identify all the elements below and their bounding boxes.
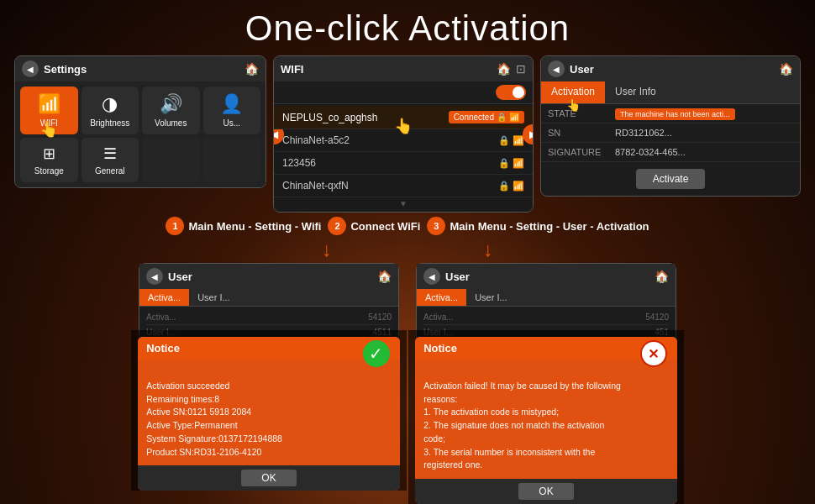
settings-tile-empty1 [142, 138, 200, 182]
fail-tab-activation[interactable]: Activa... [417, 289, 466, 306]
user-info-table: STATE The machine has not been acti... S… [541, 104, 800, 162]
fail-panel-body: Activa... 54120 User I... 451 Notice ✕ [417, 307, 676, 424]
wifi-panel-header: WIFI 🏠 ⊡ [274, 56, 533, 81]
step-3-text: Main Menu - Setting - User - Activation [450, 220, 649, 233]
left-down-arrow: ↓ [322, 239, 332, 260]
wifi-screen-icon[interactable]: ⊡ [516, 62, 526, 76]
fail-ok-button[interactable]: OK [518, 483, 573, 500]
fail-x-icon: ✕ [640, 340, 667, 367]
wifi-signal-icon: 📶 [509, 113, 519, 122]
success-tab-userinfo[interactable]: User I... [189, 289, 239, 306]
step-1-label: 1 Main Menu - Setting - Wifi [166, 217, 321, 235]
main-content: One-click Activation ◀ Settings 🏠 📶 WIFI… [0, 0, 815, 504]
tab-user-info[interactable]: User Info [605, 81, 666, 103]
connected-badge: Connected 🔒 📶 [449, 111, 524, 123]
fail-notice-body: Activation failed! It may be caused by t… [415, 360, 677, 479]
success-check-icon: ✓ [363, 340, 390, 367]
success-tab-row: Activa... User I... [139, 289, 398, 307]
wifi-home-icon[interactable]: 🏠 [497, 62, 511, 76]
user-home-icon[interactable]: 🏠 [779, 62, 793, 76]
success-notice-title: Notice [146, 342, 180, 354]
lock-icon-3: 🔒 [498, 158, 510, 169]
settings-tile-user[interactable]: 👤 Us... [203, 87, 261, 134]
fail-notice-overlay: Notice ✕ Activation failed! It may be ca… [408, 330, 684, 504]
wifi-toggle[interactable] [496, 85, 526, 100]
volumes-icon: 🔊 [160, 93, 182, 115]
signal-icon-3: 📶 [513, 158, 524, 169]
fail-faded-row-1: Activa... 54120 [423, 310, 669, 325]
cursor-hand-activation: 👆 [566, 98, 581, 112]
fail-notice-footer: OK [415, 479, 677, 504]
signal-icon-4: 📶 [513, 181, 524, 192]
page-title: One-click Activation [0, 0, 815, 55]
success-back-button[interactable]: ◀ [146, 268, 163, 285]
lock-icon-4: 🔒 [498, 181, 510, 192]
settings-tile-volumes[interactable]: 🔊 Volumes [142, 87, 200, 134]
bottom-panels-row: ◀ User 🏠 Activa... User I... Activa... 5… [8, 263, 807, 425]
state-value: The machine has not been acti... [608, 104, 800, 123]
user-label: Us... [223, 118, 240, 128]
cursor-hand-wifi-connect: 👆 [394, 117, 413, 135]
user-icon: 👤 [220, 93, 243, 115]
step-2-text: Connect WiFi [350, 220, 420, 233]
volumes-label: Volumes [155, 118, 187, 128]
arrows-row: ↓ ↓ [0, 239, 815, 260]
storage-label: Storage [34, 166, 64, 176]
brightness-icon: ◑ [102, 93, 118, 115]
tab-activation[interactable]: Activation 👆 [541, 81, 605, 103]
user-tabs: Activation 👆 User Info [541, 81, 800, 104]
settings-tile-storage[interactable]: ⊞ Storage [20, 138, 78, 182]
scroll-down-arrow: ▼ [274, 197, 533, 210]
success-notice-body: Activation succeeded Remaining times:8 A… [138, 360, 400, 465]
signature-value: 8782-0324-465... [608, 143, 800, 162]
step-3-number: 3 [427, 217, 445, 235]
wifi-item-connected[interactable]: NEPLUS_co_apghsh Connected 🔒 📶 👆 [274, 106, 533, 129]
settings-tile-brightness[interactable]: ◑ Brightness [82, 87, 139, 134]
settings-tile-wifi[interactable]: 📶 WIFI 👆 [20, 87, 78, 134]
sn-value: RD3121062... [608, 123, 800, 143]
success-ok-button[interactable]: OK [241, 470, 296, 486]
success-tab-activation[interactable]: Activa... [139, 289, 189, 306]
step-labels: 1 Main Menu - Setting - Wifi 2 Connect W… [0, 217, 815, 235]
signature-label: SIGNATURE [541, 143, 608, 162]
settings-panel-header: ◀ Settings 🏠 [15, 56, 266, 81]
settings-tile-general[interactable]: ☰ General [82, 138, 139, 182]
wifi-title: WIFI [281, 63, 303, 76]
success-faded-row-1: Activa... 54120 [146, 310, 392, 325]
state-badge: The machine has not been acti... [615, 108, 735, 120]
fail-notice-dialog: Notice ✕ Activation failed! It may be ca… [415, 337, 677, 504]
success-home-icon[interactable]: 🏠 [377, 270, 392, 283]
wifi-toggle-row [274, 81, 533, 104]
brightness-label: Brightness [90, 118, 129, 128]
success-panel: ◀ User 🏠 Activa... User I... Activa... 5… [139, 263, 399, 425]
fail-notice-header: Notice ✕ [415, 337, 677, 360]
step-3-label: 3 Main Menu - Setting - User - Activatio… [427, 217, 649, 235]
lock-icon-2: 🔒 [498, 135, 510, 146]
fail-tab-row: Activa... User I... [417, 289, 676, 307]
fail-tab-userinfo[interactable]: User I... [466, 289, 516, 306]
wifi-network-name-3: 123456 [282, 157, 316, 169]
success-panel-title: User [168, 270, 192, 283]
fail-back-button[interactable]: ◀ [423, 268, 440, 285]
success-panel-header: ◀ User 🏠 [139, 264, 398, 289]
wifi-panel: ◀ WIFI 🏠 ⊡ NEPLUS_co_apghsh [273, 55, 534, 213]
sn-label: SN [541, 123, 608, 143]
right-down-arrow: ↓ [483, 239, 493, 260]
wifi-list: NEPLUS_co_apghsh Connected 🔒 📶 👆 ChinaNe… [274, 104, 533, 212]
wifi-item-3[interactable]: 123456 🔒 📶 [274, 152, 533, 175]
settings-grid: 📶 WIFI 👆 ◑ Brightness 🔊 Volumes 👤 U [15, 81, 266, 187]
activate-button[interactable]: Activate [636, 169, 706, 189]
fail-notice-title: Notice [423, 342, 457, 354]
fail-panel-header: ◀ User 🏠 [417, 264, 676, 289]
fail-home-icon[interactable]: 🏠 [655, 270, 669, 283]
user-back-button[interactable]: ◀ [548, 60, 565, 77]
general-label: General [95, 166, 125, 176]
top-panels-row: ◀ Settings 🏠 📶 WIFI 👆 ◑ Brightness [8, 55, 807, 213]
storage-icon: ⊞ [43, 144, 55, 163]
settings-back-button[interactable]: ◀ [22, 60, 39, 77]
step-1-number: 1 [166, 217, 184, 235]
wifi-item-4[interactable]: ChinaNet-qxfN 🔒 📶 [274, 175, 533, 197]
settings-home-icon[interactable]: 🏠 [244, 62, 259, 76]
fail-panel-title: User [445, 270, 470, 283]
fail-panel: ◀ User 🏠 Activa... User I... Activa... 5… [416, 263, 676, 425]
